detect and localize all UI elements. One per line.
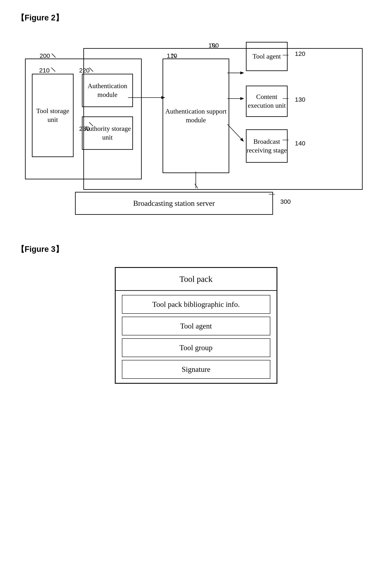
figure2-diagram: 100 200 110 210 220 230 120 130 140 300 … <box>17 31 371 219</box>
box-tool-agent: Tool agent <box>246 42 288 71</box>
ref-200: 200 <box>40 52 50 59</box>
fig3-row-2: Tool group <box>122 338 270 357</box>
fig3-rows: Tool pack bibliographic info. Tool agent… <box>116 291 276 383</box>
box-authentication-support-module: Authentication support module <box>163 58 229 173</box>
figure3-label: 【Figure 3】 <box>17 244 375 255</box>
fig3-row-0: Tool pack bibliographic info. <box>122 295 270 314</box>
box-authority-storage-unit: Authority storage unit <box>82 116 133 150</box>
fig3-row-3: Signature <box>122 360 270 379</box>
box-content-execution-unit: Content execution unit <box>246 86 288 117</box>
figure3-section: 【Figure 3】 Tool pack Tool pack bibliogra… <box>17 244 375 384</box>
fig3-row-1: Tool agent <box>122 317 270 335</box>
svg-line-1 <box>52 54 56 58</box>
fig3-header: Tool pack <box>116 268 276 291</box>
figure2-label: 【Figure 2】 <box>17 12 375 23</box>
figure3-diagram: Tool pack Tool pack bibliographic info. … <box>115 267 277 384</box>
box-tool-storage-unit: Tool storage unit <box>32 74 74 157</box>
box-broadcasting-station-server: Broadcasting station server <box>75 192 273 215</box>
ref-300: 300 <box>280 198 291 205</box>
box-200: Tool storage unit Authentication module … <box>25 58 142 179</box>
box-authentication-module: Authentication module <box>82 74 133 107</box>
ref-100: 100 <box>209 42 219 49</box>
box-broadcast-receiving-stage: Broadcast receiving stage <box>246 129 288 163</box>
